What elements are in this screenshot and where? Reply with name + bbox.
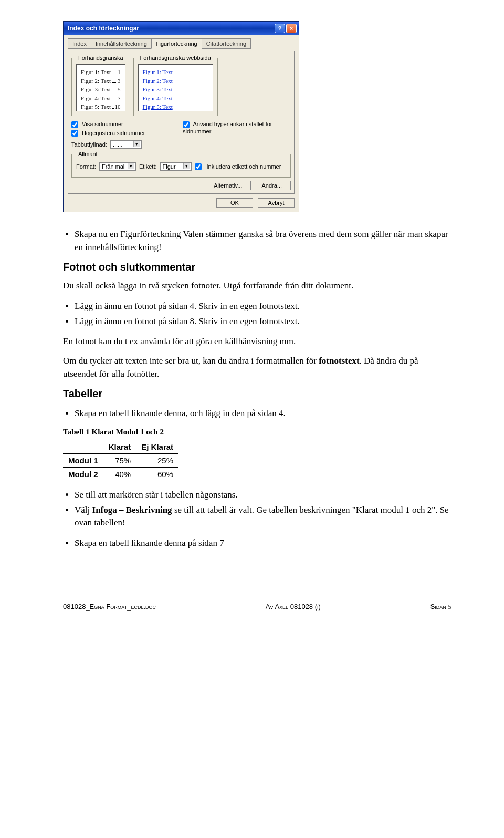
- list-item: Lägg in ännu en fotnot på sidan 4. Skriv…: [75, 300, 452, 313]
- dialog-body: Index Innehållsförteckning Figurförteckn…: [64, 35, 299, 212]
- list-2: Lägg in ännu en fotnot på sidan 4. Skriv…: [63, 300, 452, 328]
- preview-web: Förhandsgranska webbsida Figur 1: Text F…: [133, 55, 218, 116]
- pv-link: Figur 3: Text: [143, 86, 173, 92]
- chk-inkludera[interactable]: [195, 163, 202, 170]
- pv-link: Figur 2: Text: [143, 78, 173, 84]
- alternativ-button[interactable]: Alternativ...: [205, 181, 251, 190]
- chk-inkl-label: Inkludera etikett och nummer: [207, 163, 281, 170]
- heading-tabeller: Tabeller: [63, 388, 452, 400]
- footer-left: 081028_Egna Format_ecdl.doc: [63, 603, 156, 611]
- pv-link: Figur 5: Text: [143, 104, 173, 110]
- chk-hoger-label: Högerjustera sidnummer: [82, 130, 145, 136]
- list-item: Välj Infoga – Beskrivning se till att ta…: [75, 504, 452, 530]
- pv-link: Figur 1: Text: [143, 69, 173, 75]
- th-blank: [63, 440, 103, 453]
- chk-visa-row: Visa sidnummer: [71, 121, 180, 128]
- tab-figur[interactable]: Figurförteckning: [151, 38, 202, 49]
- preview-web-box: Figur 1: Text Figur 2: Text Figur 3: Tex…: [138, 64, 213, 111]
- pv-page: 7: [118, 94, 121, 103]
- cell: 40%: [103, 467, 136, 481]
- etikett-select[interactable]: Figur: [160, 162, 192, 171]
- th-klarat: Klarat: [103, 440, 136, 453]
- list-item: Skapa en tabell liknande denna på sidan …: [75, 537, 452, 550]
- list-item: Skapa nu en Figurförteckning Valen stämm…: [75, 228, 452, 254]
- format-label: Format:: [76, 163, 96, 170]
- pv-page: 10: [115, 102, 121, 111]
- table-row: Modul 1 75% 25%: [63, 453, 178, 467]
- cell: 75%: [103, 453, 136, 467]
- chk-hoger-row: Högerjustera sidnummer: [71, 130, 180, 137]
- list-item: Skapa en tabell liknande denna, och lägg…: [75, 407, 452, 420]
- pv-item: Figur 5: Text: [81, 102, 111, 111]
- chk-hogerjustera[interactable]: [71, 130, 78, 137]
- dialog-index-forteckningar: Index och förteckningar ? × Index Innehå…: [63, 21, 299, 212]
- chk-hyperlankar[interactable]: [183, 121, 190, 128]
- list-3: Skapa en tabell liknande denna, och lägg…: [63, 407, 452, 420]
- th-ejklarat: Ej Klarat: [136, 440, 178, 453]
- preview-print-box: Figur 1: Text1 Figur 2: Text3 Figur 3: T…: [76, 64, 125, 111]
- list-5: Skapa en tabell liknande denna på sidan …: [63, 537, 452, 550]
- format-select[interactable]: Från mall: [99, 162, 136, 171]
- page-number: 5: [448, 603, 452, 611]
- tabs: Index Innehållsförteckning Figurförteckn…: [68, 38, 295, 49]
- tabb-row: Tabbutfyllnad: ......: [71, 140, 291, 149]
- table-row: Modul 2 40% 60%: [63, 467, 178, 481]
- pv-item: Figur 4: Text: [81, 94, 111, 103]
- footer-mid: Av Axel 081028 (i): [266, 603, 321, 611]
- allmant-group: Allmänt Format: Från mall Etikett: Figur…: [71, 151, 291, 178]
- heading-fotnot: Fotnot och slutkommentar: [63, 261, 452, 273]
- pv-page: 1: [118, 68, 121, 77]
- para-2: En fotnot kan du t ex använda för att gö…: [63, 335, 452, 348]
- titlebar-buttons: ? ×: [275, 24, 297, 33]
- cell: 25%: [136, 453, 178, 467]
- pv-item: Figur 2: Text: [81, 77, 111, 86]
- chk-visa-sidnummer[interactable]: [71, 121, 78, 128]
- para-1: Du skall också lägga in två stycken fotn…: [63, 280, 452, 293]
- allmant-legend: Allmänt: [76, 151, 100, 157]
- pv-item: Figur 1: Text: [81, 68, 111, 77]
- tab-index[interactable]: Index: [68, 38, 91, 49]
- chk-hyper-label: Använd hyperlänkar i stället för sidnumm…: [183, 121, 272, 135]
- row-label: Modul 1: [63, 453, 103, 467]
- etikett-label: Etikett:: [139, 163, 157, 170]
- text: Välj: [75, 505, 92, 515]
- list-4: Se till att markören står i tabellen någ…: [63, 489, 452, 530]
- footer-right: Sidan 5: [430, 603, 452, 611]
- list-item: Lägg in ännu en fotnot på sidan 8. Skriv…: [75, 315, 452, 328]
- chk-visa-label: Visa sidnummer: [82, 121, 123, 127]
- table-caption: Tabell 1 Klarat Modul 1 och 2: [63, 428, 452, 437]
- pv-item: Figur 3: Text: [81, 85, 111, 94]
- avbryt-button[interactable]: Avbryt: [258, 198, 295, 208]
- tab-innehall[interactable]: Innehållsförteckning: [91, 38, 152, 49]
- preview-print-legend: Förhandsgranska: [76, 55, 125, 61]
- help-icon[interactable]: ?: [275, 24, 285, 33]
- cell: 60%: [136, 467, 178, 481]
- tabbutfyllnad-select[interactable]: ......: [110, 140, 142, 149]
- text: Om du tycker att texten inte ser bra ut,…: [63, 356, 319, 366]
- andra-button[interactable]: Ändra...: [253, 181, 291, 190]
- ok-button[interactable]: OK: [216, 198, 253, 208]
- list-1: Skapa nu en Figurförteckning Valen stämm…: [63, 228, 452, 254]
- page-footer: 081028_Egna Format_ecdl.doc Av Axel 0810…: [63, 603, 452, 611]
- tab-citat[interactable]: Citatförteckning: [202, 38, 251, 49]
- tabb-label: Tabbutfyllnad:: [71, 141, 107, 148]
- tab-panel: Förhandsgranska Figur 1: Text1 Figur 2: …: [68, 51, 295, 194]
- pv-link: Figur 4: Text: [143, 95, 173, 101]
- table-klarat: Klarat Ej Klarat Modul 1 75% 25% Modul 2…: [63, 440, 178, 481]
- text: Sidan: [430, 603, 448, 611]
- bold-text: fotnotstext: [319, 356, 359, 366]
- pv-page: 5: [118, 85, 121, 94]
- pv-page: 3: [118, 77, 121, 86]
- close-icon[interactable]: ×: [286, 24, 297, 33]
- dialog-title: Index och förteckningar: [68, 25, 139, 32]
- bold-text: Infoga – Beskrivning: [92, 505, 172, 515]
- preview-web-legend: Förhandsgranska webbsida: [138, 55, 213, 61]
- titlebar[interactable]: Index och förteckningar ? ×: [64, 22, 299, 35]
- list-item: Se till att markören står i tabellen någ…: [75, 489, 452, 502]
- row-label: Modul 2: [63, 467, 103, 481]
- para-3: Om du tycker att texten inte ser bra ut,…: [63, 355, 452, 380]
- chk-hyper-row: Använd hyperlänkar i stället för sidnumm…: [183, 121, 291, 135]
- dialog-footer-buttons: OK Avbryt: [68, 198, 295, 208]
- preview-print: Förhandsgranska Figur 1: Text1 Figur 2: …: [71, 55, 130, 116]
